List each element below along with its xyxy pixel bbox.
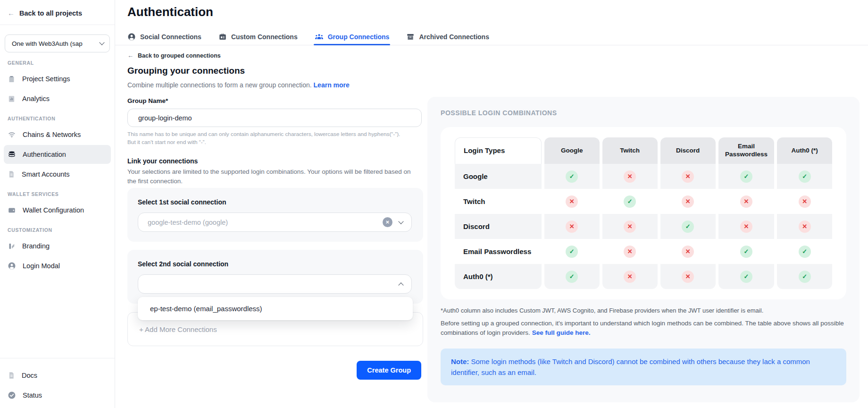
auth0-footnote: *Auth0 column also includes Custom JWT, … — [441, 307, 846, 314]
sidebar-section-label: AUTHENTICATION — [8, 116, 115, 121]
branding-icon — [8, 242, 16, 250]
sidebar-item-label: Smart Accounts — [22, 170, 70, 178]
table-cell: ✕ — [718, 214, 774, 239]
table-row: Discord✕✕✓✕✕ — [455, 214, 832, 239]
table-column-header: Google — [544, 137, 600, 164]
table-cell: ✓ — [777, 164, 832, 189]
cross-icon: ✕ — [682, 196, 694, 208]
table-cell: ✕ — [602, 264, 658, 289]
group-name-input[interactable]: group-login-demo — [127, 109, 422, 127]
table-cell: ✕ — [660, 189, 716, 214]
sidebar-item-docs[interactable]: Docs — [4, 366, 111, 385]
sidebar-item-wallet-configuration[interactable]: Wallet Configuration — [4, 201, 111, 220]
sidebar-item-authentication[interactable]: Authentication — [4, 145, 111, 164]
document-icon — [8, 372, 15, 379]
dropdown-option[interactable]: ep-test-demo (email_passwordless) — [150, 305, 401, 313]
table-cell: ✕ — [777, 189, 832, 214]
cross-icon: ✕ — [624, 221, 636, 233]
back-to-projects-label: Back to all projects — [19, 9, 82, 17]
sidebar-section-label: CUSTOMIZATION — [8, 227, 115, 233]
cross-icon: ✕ — [799, 196, 811, 208]
sidebar-item-analytics[interactable]: Analytics — [4, 89, 111, 108]
sidebar-item-label: Analytics — [22, 95, 50, 102]
check-icon: ✓ — [566, 170, 578, 183]
check-icon: ✓ — [566, 246, 578, 258]
table-column-header: Twitch — [602, 137, 658, 164]
sidebar-item-label: Branding — [22, 242, 50, 250]
user-circle-icon — [8, 262, 16, 270]
combinations-description: Before setting up a grouped connection, … — [441, 319, 844, 338]
sidebar-item-chains-networks[interactable]: Chains & Networks — [4, 125, 111, 144]
sidebar-item-login-modal[interactable]: Login Modal — [4, 256, 111, 275]
clear-selection-icon[interactable]: ✕ — [383, 217, 392, 227]
sidebar-item-branding[interactable]: Branding — [4, 237, 111, 255]
project-selector-value: One with Web3Auth (sap — [12, 40, 83, 47]
table-cell: ✓ — [777, 239, 832, 264]
learn-more-link[interactable]: Learn more — [314, 81, 350, 89]
sidebar-footer: DocsStatus — [0, 358, 115, 408]
sidebar-item-smart-accounts[interactable]: Smart Accounts — [4, 165, 111, 184]
link-connections-description: Your selections are limited to the suppo… — [127, 167, 415, 186]
select-first-connection-input[interactable]: google-test-demo (google) ✕ — [138, 212, 412, 232]
cross-icon: ✕ — [682, 271, 694, 283]
wifi-icon — [8, 130, 16, 139]
back-to-projects-link[interactable]: ← Back to all projects — [0, 0, 115, 25]
table-cell: ✕ — [544, 189, 600, 214]
table-cell: ✕ — [602, 214, 658, 239]
cross-icon: ✕ — [566, 196, 578, 208]
table-row: Auth0 (*)✓✕✕✓✓ — [455, 264, 832, 289]
check-icon: ✓ — [740, 246, 752, 258]
cross-icon: ✕ — [624, 170, 636, 183]
check-icon: ✓ — [799, 271, 811, 283]
sidebar-nav: GENERALProject SettingsAnalyticsAUTHENTI… — [0, 60, 115, 275]
combinations-title: POSSIBLE LOGIN COMBINATIONS — [441, 109, 846, 117]
table-cell: ✓ — [718, 239, 774, 264]
possible-login-combinations-panel: POSSIBLE LOGIN COMBINATIONS Login TypesG… — [427, 97, 860, 402]
table-column-header: Discord — [660, 137, 716, 164]
sidebar-item-label: Docs — [22, 372, 37, 379]
tab-label: Archived Connections — [419, 33, 489, 41]
table-cell: ✓ — [544, 264, 600, 289]
table-cell: ✓ — [718, 264, 774, 289]
sidebar-item-project-settings[interactable]: Project Settings — [4, 69, 111, 88]
table-cell: ✓ — [777, 264, 832, 289]
cross-icon: ✕ — [799, 221, 811, 233]
table-cell: ✓ — [544, 239, 600, 264]
sidebar-item-label: Project Settings — [22, 75, 70, 83]
check-icon: ✓ — [624, 196, 636, 208]
sidebar-item-label: Authentication — [23, 151, 66, 158]
table-cell: ✕ — [660, 164, 716, 189]
check-icon: ✓ — [740, 271, 752, 283]
project-selector[interactable]: One with Web3Auth (sap — [5, 34, 110, 52]
table-cell: ✕ — [660, 264, 716, 289]
document-icon — [8, 170, 15, 178]
cross-icon: ✕ — [624, 271, 636, 283]
grouping-form: Grouping your connections Combine multip… — [127, 0, 423, 408]
table-cell: ✓ — [602, 189, 658, 214]
table-cell: ✕ — [602, 239, 658, 264]
table-row-label: Google — [455, 164, 542, 189]
check-icon: ✓ — [566, 271, 578, 283]
table-row: Email Passwordless✓✕✕✓✓ — [455, 239, 832, 264]
group-name-label: Group Name* — [127, 97, 168, 104]
chevron-down-icon — [398, 219, 403, 224]
sidebar: ← Back to all projects One with Web3Auth… — [0, 0, 115, 408]
table-column-header: Auth0 (*) — [777, 137, 832, 164]
first-connection-card: Select 1st social connection google-test… — [127, 188, 423, 242]
cross-icon: ✕ — [740, 196, 752, 208]
sidebar-section-label: WALLET SERVICES — [8, 191, 115, 197]
table-row-label: Discord — [455, 214, 542, 239]
check-icon: ✓ — [799, 170, 811, 183]
create-group-button[interactable]: Create Group — [357, 361, 421, 380]
check-icon: ✓ — [682, 221, 694, 233]
table-cell: ✓ — [544, 164, 600, 189]
table-cell: ✕ — [544, 214, 600, 239]
connection-dropdown: ep-test-demo (email_passwordless) — [138, 297, 413, 320]
table-row-label: Email Passwordless — [455, 239, 542, 264]
select-second-connection-input[interactable] — [138, 274, 412, 294]
full-guide-link[interactable]: See full guide here. — [532, 329, 591, 336]
link-connections-heading: Link your connections — [127, 157, 198, 165]
select-first-connection-label: Select 1st social connection — [138, 198, 412, 206]
table-cell: ✕ — [718, 189, 774, 214]
sidebar-item-status[interactable]: Status — [4, 386, 111, 405]
